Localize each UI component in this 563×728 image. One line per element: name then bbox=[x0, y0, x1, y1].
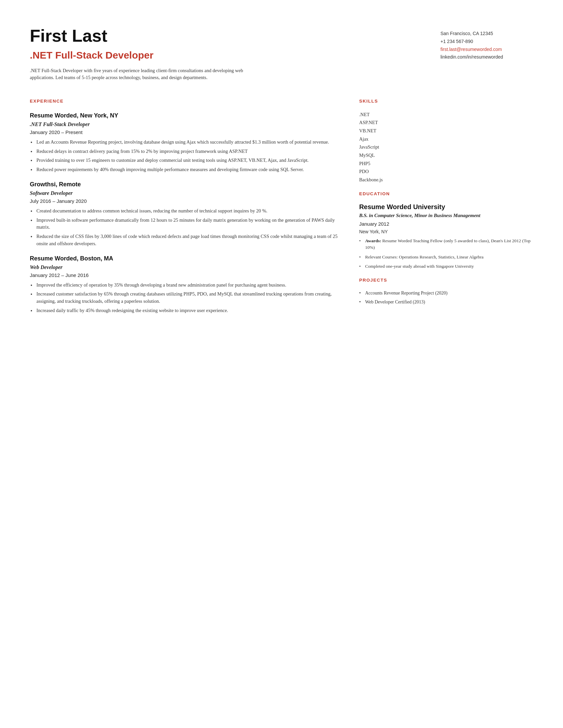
bullet-2-3: Reduced the size of CSS files by 3,000 l… bbox=[30, 233, 339, 248]
candidate-title: .NET Full-Stack Developer bbox=[30, 48, 441, 63]
company-name-1: Resume Worded bbox=[30, 112, 77, 119]
company-location-1: New York, NY bbox=[80, 112, 118, 119]
job-bullets-2: Created documentation to address common … bbox=[30, 207, 339, 248]
skill-1: ASP.NET bbox=[359, 118, 533, 127]
company-header-1: Resume Worded, New York, NY bbox=[30, 111, 339, 120]
bullet-1-1: Led an Accounts Revenue Reporting projec… bbox=[30, 139, 339, 146]
skill-3: Ajax bbox=[359, 135, 533, 143]
resume-container: First Last .NET Full-Stack Developer .NE… bbox=[0, 0, 563, 728]
skills-section-label: SKILLS bbox=[359, 98, 533, 105]
edu-bullet-text-2: Completed one-year study abroad with Sin… bbox=[365, 264, 474, 269]
edu-bullets: Awards: Resume Worded Teaching Fellow (o… bbox=[359, 238, 533, 270]
edu-bullet-2: Completed one-year study abroad with Sin… bbox=[359, 263, 533, 270]
company-name-3: Resume Worded bbox=[30, 255, 77, 262]
experience-section-label: EXPERIENCE bbox=[30, 98, 339, 105]
projects-list: Accounts Revenue Reporting Project (2020… bbox=[359, 290, 533, 305]
bullet-2-1: Created documentation to address common … bbox=[30, 207, 339, 215]
project-0: Accounts Revenue Reporting Project (2020… bbox=[359, 290, 533, 296]
contact-email[interactable]: first.last@resumeworded.com bbox=[441, 47, 502, 52]
skills-list: .NET ASP.NET VB.NET Ajax JavaScript MySQ… bbox=[359, 111, 533, 184]
education-section-label: EDUCATION bbox=[359, 191, 533, 197]
bullet-2-2: Improved built-in software performance d… bbox=[30, 217, 339, 231]
bullet-3-3: Increased daily traffic by 45% through r… bbox=[30, 307, 339, 314]
contact-address: San Francisco, CA 12345 bbox=[441, 30, 533, 38]
contact-phone: +1 234 567-890 bbox=[441, 38, 533, 46]
job-title-2: Software Developer bbox=[30, 189, 339, 197]
skill-8: Backbone.js bbox=[359, 176, 533, 184]
job-dates-1: January 2020 – Present bbox=[30, 129, 339, 136]
bullet-1-3: Provided training to over 15 engineers t… bbox=[30, 157, 339, 164]
skill-4: JavaScript bbox=[359, 143, 533, 151]
main-content: EXPERIENCE Resume Worded, New York, NY .… bbox=[30, 95, 533, 702]
job-title-3: Web Developer bbox=[30, 263, 339, 271]
skill-5: MySQL bbox=[359, 151, 533, 159]
right-column: SKILLS .NET ASP.NET VB.NET Ajax JavaScri… bbox=[359, 95, 533, 702]
skill-7: PDO bbox=[359, 167, 533, 176]
edu-bullet-0: Awards: Resume Worded Teaching Fellow (o… bbox=[359, 238, 533, 251]
job-bullets-3: Improved the efficiency of operation by … bbox=[30, 282, 339, 314]
contact-linkedin: linkedin.com/in/resumeworded bbox=[441, 53, 533, 61]
edu-location: New York, NY bbox=[359, 228, 533, 235]
header-right: San Francisco, CA 12345 +1 234 567-890 f… bbox=[441, 26, 533, 61]
left-column: EXPERIENCE Resume Worded, New York, NY .… bbox=[30, 95, 339, 702]
bullet-3-2: Increased customer satisfaction by 65% t… bbox=[30, 291, 339, 305]
job-dates-2: July 2016 – January 2020 bbox=[30, 198, 339, 205]
company-location-2: Remote bbox=[59, 181, 81, 188]
company-name-2: Growthsi bbox=[30, 181, 56, 188]
candidate-name: First Last bbox=[30, 26, 441, 45]
skill-6: PHP5 bbox=[359, 159, 533, 168]
bullet-3-1: Improved the efficiency of operation by … bbox=[30, 282, 339, 289]
edu-degree: B.S. in Computer Science, Minor in Busin… bbox=[359, 212, 533, 219]
header-section: First Last .NET Full-Stack Developer .NE… bbox=[30, 26, 533, 81]
experience-item-3: Resume Worded, Boston, MA Web Developer … bbox=[30, 254, 339, 314]
project-1: Web Developer Certified (2013) bbox=[359, 298, 533, 305]
experience-list: Resume Worded, New York, NY .NET Full-St… bbox=[30, 111, 339, 314]
edu-bullet-text-1: Relevant Courses: Operations Research, S… bbox=[365, 254, 484, 259]
skill-2: VB.NET bbox=[359, 127, 533, 135]
company-location-3: Boston, MA bbox=[80, 255, 113, 262]
bullet-1-2: Reduced delays in contract delivery paci… bbox=[30, 148, 339, 155]
skill-0: .NET bbox=[359, 111, 533, 119]
candidate-summary: .NET Full-Stack Developer with five year… bbox=[30, 67, 255, 82]
projects-section-label: PROJECTS bbox=[359, 277, 533, 284]
edu-bullet-1: Relevant Courses: Operations Research, S… bbox=[359, 254, 533, 260]
job-dates-3: January 2012 – June 2016 bbox=[30, 272, 339, 279]
job-title-1: .NET Full-Stack Developer bbox=[30, 120, 339, 128]
edu-bullet-bold-0: Awards: bbox=[365, 238, 381, 243]
job-bullets-1: Led an Accounts Revenue Reporting projec… bbox=[30, 139, 339, 173]
bullet-1-4: Reduced power requirements by 40% throug… bbox=[30, 166, 339, 173]
experience-item-2: Growthsi, Remote Software Developer July… bbox=[30, 180, 339, 248]
edu-date: January 2012 bbox=[359, 220, 533, 228]
experience-item-1: Resume Worded, New York, NY .NET Full-St… bbox=[30, 111, 339, 173]
edu-institution: Resume Worded University bbox=[359, 203, 533, 211]
company-header-3: Resume Worded, Boston, MA bbox=[30, 254, 339, 263]
company-header-2: Growthsi, Remote bbox=[30, 180, 339, 189]
edu-bullet-text-0: Resume Worded Teaching Fellow (only 5 aw… bbox=[365, 238, 531, 250]
header-left: First Last .NET Full-Stack Developer .NE… bbox=[30, 26, 441, 81]
